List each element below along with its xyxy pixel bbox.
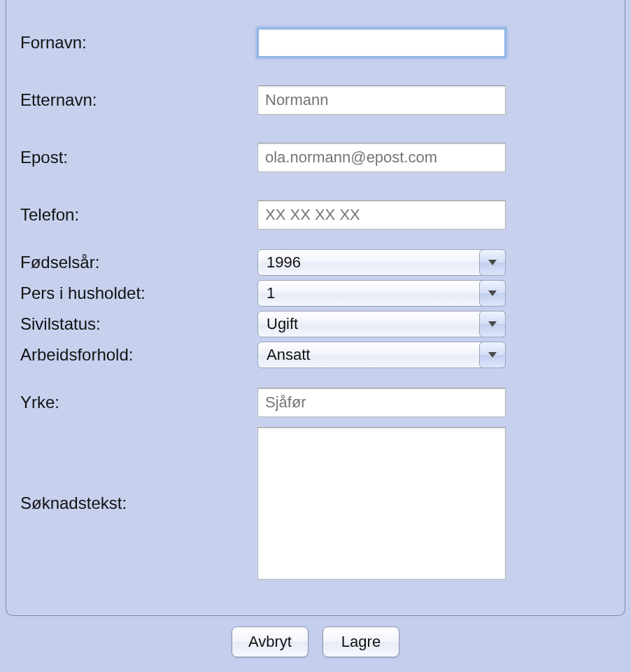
chevron-down-icon (479, 311, 506, 337)
svg-marker-0 (488, 260, 497, 265)
row-telefon: Telefon: (16, 200, 615, 230)
label-soknadstekst: Søknadstekst: (16, 493, 257, 513)
row-etternavn: Etternavn: (16, 85, 615, 115)
label-sivilstatus: Sivilstatus: (16, 314, 257, 334)
svg-marker-1 (488, 290, 497, 296)
label-fodselsar: Fødselsår: (16, 253, 257, 272)
window: Fornavn: Etternavn: Epost: Telefon: Føds… (0, 0, 631, 672)
epost-input[interactable] (257, 143, 506, 172)
form-panel: Fornavn: Etternavn: Epost: Telefon: Føds… (6, 0, 625, 616)
label-pers-hushold: Pers i husholdet: (16, 284, 257, 303)
arbeidsforhold-select[interactable]: Ansatt (257, 342, 506, 368)
label-yrke: Yrke: (16, 393, 257, 412)
label-fornavn: Fornavn: (16, 33, 257, 52)
save-button[interactable]: Lagre (322, 626, 399, 657)
row-fodselsar: Fødselsår: 1996 (16, 249, 615, 276)
row-arbeidsforhold: Arbeidsforhold: Ansatt (16, 342, 615, 368)
telefon-input[interactable] (257, 200, 506, 230)
fodselsar-select[interactable]: 1996 (257, 249, 506, 276)
row-soknadstekst: Søknadstekst: (16, 427, 615, 580)
label-telefon: Telefon: (16, 205, 257, 225)
label-epost: Epost: (16, 148, 257, 167)
label-etternavn: Etternavn: (16, 90, 257, 110)
row-epost: Epost: (16, 143, 615, 172)
chevron-down-icon (479, 249, 506, 276)
row-sivilstatus: Sivilstatus: Ugift (16, 311, 615, 337)
sivilstatus-select[interactable]: Ugift (257, 311, 506, 337)
fornavn-input[interactable] (257, 28, 506, 57)
chevron-down-icon (479, 280, 506, 307)
arbeidsforhold-select-value: Ansatt (257, 342, 506, 368)
row-pers-hushold: Pers i husholdet: 1 (16, 280, 615, 307)
row-yrke: Yrke: (16, 388, 615, 417)
svg-marker-2 (488, 321, 497, 327)
svg-marker-3 (488, 352, 497, 358)
button-bar: Avbryt Lagre (0, 626, 631, 657)
chevron-down-icon (479, 342, 506, 368)
pers-hushold-select[interactable]: 1 (257, 280, 506, 307)
row-fornavn: Fornavn: (16, 28, 615, 57)
soknadstekst-textarea[interactable] (257, 427, 506, 580)
fodselsar-select-value: 1996 (257, 249, 506, 276)
label-arbeidsforhold: Arbeidsforhold: (16, 345, 257, 365)
cancel-button[interactable]: Avbryt (232, 626, 309, 657)
yrke-input[interactable] (257, 388, 506, 417)
pers-hushold-select-value: 1 (257, 280, 506, 307)
sivilstatus-select-value: Ugift (257, 311, 506, 337)
etternavn-input[interactable] (257, 85, 506, 115)
